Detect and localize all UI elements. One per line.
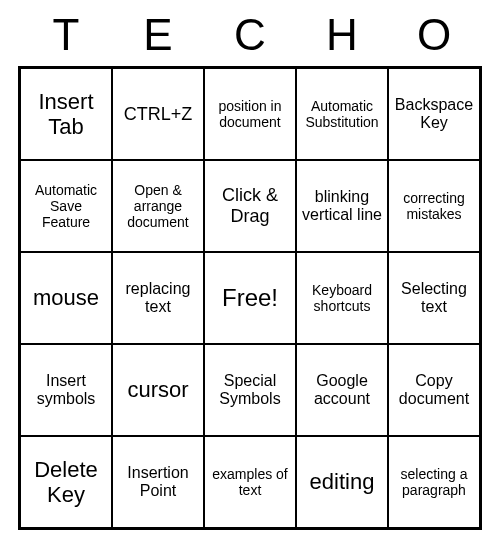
- bingo-cell-24[interactable]: selecting a paragraph: [388, 436, 480, 528]
- bingo-cell-0[interactable]: Insert Tab: [20, 68, 112, 160]
- bingo-cell-15[interactable]: Insert symbols: [20, 344, 112, 436]
- header-letter-4: O: [388, 10, 480, 60]
- bingo-cell-21[interactable]: Insertion Point: [112, 436, 204, 528]
- bingo-cell-8[interactable]: blinking vertical line: [296, 160, 388, 252]
- bingo-cell-3[interactable]: Automatic Substitution: [296, 68, 388, 160]
- bingo-header: T E C H O: [20, 10, 480, 60]
- bingo-cell-12[interactable]: Free!: [204, 252, 296, 344]
- bingo-cell-13[interactable]: Keyboard shortcuts: [296, 252, 388, 344]
- bingo-cell-9[interactable]: correcting mistakes: [388, 160, 480, 252]
- bingo-cell-19[interactable]: Copy document: [388, 344, 480, 436]
- bingo-cell-1[interactable]: CTRL+Z: [112, 68, 204, 160]
- header-letter-0: T: [20, 10, 112, 60]
- bingo-cell-18[interactable]: Google account: [296, 344, 388, 436]
- bingo-cell-10[interactable]: mouse: [20, 252, 112, 344]
- bingo-cell-5[interactable]: Automatic Save Feature: [20, 160, 112, 252]
- bingo-cell-11[interactable]: replacing text: [112, 252, 204, 344]
- bingo-cell-16[interactable]: cursor: [112, 344, 204, 436]
- bingo-cell-6[interactable]: Open & arrange document: [112, 160, 204, 252]
- bingo-cell-14[interactable]: Selecting text: [388, 252, 480, 344]
- header-letter-3: H: [296, 10, 388, 60]
- bingo-cell-2[interactable]: position in document: [204, 68, 296, 160]
- bingo-cell-4[interactable]: Backspace Key: [388, 68, 480, 160]
- header-letter-1: E: [112, 10, 204, 60]
- bingo-cell-23[interactable]: editing: [296, 436, 388, 528]
- bingo-cell-20[interactable]: Delete Key: [20, 436, 112, 528]
- bingo-cell-7[interactable]: Click & Drag: [204, 160, 296, 252]
- header-letter-2: C: [204, 10, 296, 60]
- bingo-grid: Insert TabCTRL+Zposition in documentAuto…: [18, 66, 482, 530]
- bingo-cell-17[interactable]: Special Symbols: [204, 344, 296, 436]
- bingo-cell-22[interactable]: examples of text: [204, 436, 296, 528]
